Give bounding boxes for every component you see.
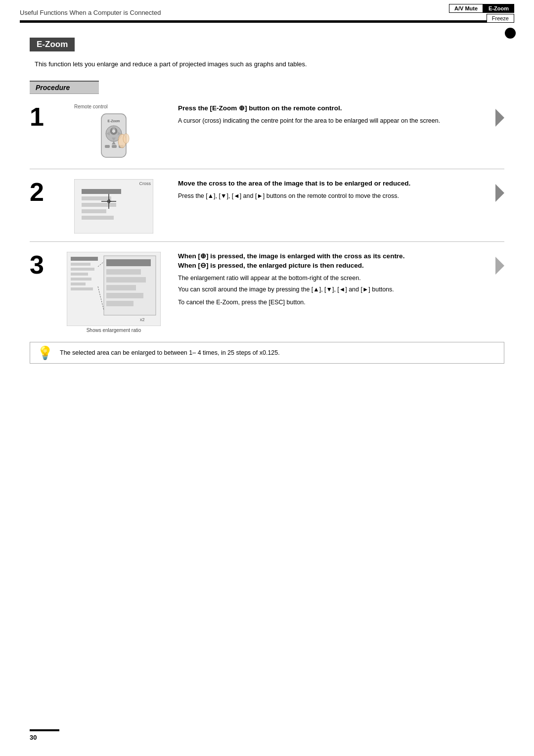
intro-text: This function lets you enlarge and reduc… bbox=[35, 60, 504, 68]
svg-text:✛: ✛ bbox=[107, 198, 112, 205]
header-rule bbox=[20, 20, 514, 23]
step-1: 1 Remote control E-Zoom ⊕ bbox=[30, 99, 504, 169]
footer-rule bbox=[30, 729, 59, 731]
enlarge-illustration: x2 bbox=[67, 252, 161, 326]
tab-av-mute[interactable]: A/V Mute bbox=[449, 4, 483, 13]
step-3-desc3: To cancel the E-Zoom, press the [ESC] bu… bbox=[178, 298, 491, 307]
step-3: 3 bbox=[30, 247, 504, 333]
svg-rect-33 bbox=[71, 283, 86, 285]
step-number-1: 1 bbox=[30, 104, 64, 130]
main-content: E-Zoom This function lets you enlarge an… bbox=[0, 23, 534, 393]
step-1-content: Press the [E-Zoom ⊕] button on the remot… bbox=[178, 104, 491, 126]
procedure-section: Procedure bbox=[30, 81, 504, 94]
step-2-title: Move the cross to the area of the image … bbox=[178, 179, 491, 189]
step-3-image: x2 Shows enlargement ratio bbox=[64, 252, 163, 333]
svg-rect-28 bbox=[71, 257, 98, 261]
svg-rect-41 bbox=[106, 301, 134, 306]
procedure-header: Procedure bbox=[30, 81, 99, 94]
tip-box: 💡 The selected area can be enlarged to b… bbox=[30, 342, 504, 364]
step-1-desc: A cursor (cross) indicating the centre p… bbox=[178, 116, 491, 126]
svg-rect-31 bbox=[71, 273, 88, 276]
step-1-title: Press the [E-Zoom ⊕] button on the remot… bbox=[178, 104, 491, 113]
step-2-content: Move the cross to the area of the image … bbox=[178, 179, 491, 201]
header-tabs: A/V Mute E-Zoom Freeze bbox=[449, 4, 514, 23]
step-3-desc2: You can scroll around the image by press… bbox=[178, 285, 491, 294]
svg-rect-18 bbox=[82, 189, 121, 194]
svg-rect-32 bbox=[71, 278, 91, 281]
svg-rect-22 bbox=[82, 216, 114, 220]
step-2-desc: Press the [▲], [▼], [◄] and [►] buttons … bbox=[178, 191, 491, 201]
step-1-image-label: Remote control bbox=[74, 104, 108, 109]
svg-rect-29 bbox=[71, 263, 90, 266]
page-subtitle: Useful Functions When a Computer is Conn… bbox=[20, 4, 514, 18]
svg-text:E-Zoom: E-Zoom bbox=[108, 119, 120, 123]
svg-rect-11 bbox=[105, 145, 110, 148]
tip-text: The selected area can be enlarged to bet… bbox=[60, 349, 280, 356]
svg-rect-21 bbox=[82, 209, 106, 213]
svg-text:x2: x2 bbox=[140, 317, 145, 322]
step-3-desc1: The enlargement ratio will appear at the… bbox=[178, 274, 491, 283]
step-3-image-label: Shows enlargement ratio bbox=[87, 328, 141, 333]
corner-circle-decoration bbox=[505, 28, 516, 39]
svg-rect-12 bbox=[112, 145, 117, 148]
tip-icon: 💡 bbox=[37, 345, 53, 361]
step-2-image: Cross ✛ bbox=[64, 179, 163, 234]
svg-rect-38 bbox=[106, 277, 146, 283]
svg-rect-39 bbox=[106, 285, 136, 290]
remote-control-illustration: E-Zoom ⊕ bbox=[87, 111, 141, 161]
svg-rect-34 bbox=[71, 287, 93, 290]
step-1-image: Remote control E-Zoom ⊕ bbox=[64, 104, 163, 161]
page-number: 30 bbox=[30, 734, 37, 741]
tab-freeze[interactable]: Freeze bbox=[487, 14, 514, 23]
step-3-content: When [⊕] is pressed, the image is enlarg… bbox=[178, 252, 491, 307]
step-1-arrow bbox=[495, 109, 504, 127]
step-number-2: 2 bbox=[30, 179, 64, 205]
page-header: A/V Mute E-Zoom Freeze Useful Functions … bbox=[0, 0, 534, 23]
step-2: 2 Cross ✛ Move the cross bbox=[30, 174, 504, 242]
svg-point-15 bbox=[123, 134, 129, 143]
svg-rect-36 bbox=[106, 259, 151, 266]
step-number-3: 3 bbox=[30, 252, 64, 278]
step-2-arrow bbox=[495, 184, 504, 202]
svg-rect-30 bbox=[71, 268, 94, 271]
svg-rect-37 bbox=[106, 269, 141, 275]
cross-illustration: Cross ✛ bbox=[74, 179, 153, 234]
page-title: E-Zoom bbox=[30, 38, 75, 51]
svg-rect-40 bbox=[106, 293, 143, 298]
tab-e-zoom[interactable]: E-Zoom bbox=[483, 4, 514, 13]
svg-text:Cross: Cross bbox=[139, 181, 151, 186]
step-3-title: When [⊕] is pressed, the image is enlarg… bbox=[178, 252, 491, 271]
step-3-arrow bbox=[495, 257, 504, 275]
